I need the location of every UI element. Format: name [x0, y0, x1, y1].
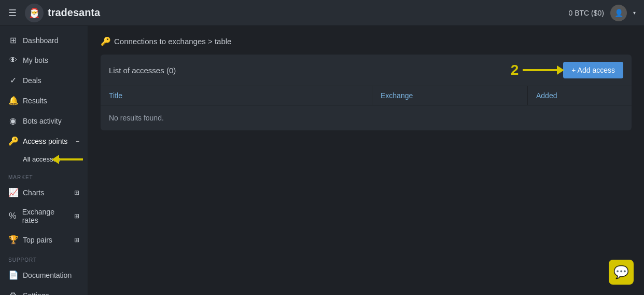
support-section-label: SUPPORT	[0, 250, 88, 265]
sidebar-item-label: Exchange rates	[22, 208, 69, 224]
column-header-exchange: Exchange	[372, 86, 528, 105]
logo-avatar: 🎅	[25, 4, 44, 22]
sidebar-item-label: Settings	[23, 291, 49, 296]
sidebar-item-access-points[interactable]: 🔑 Access points −	[0, 131, 88, 151]
bots-icon: 👁	[8, 56, 18, 65]
sidebar-item-exchange-rates[interactable]: % Exchange rates ⊞	[0, 203, 88, 230]
bots-activity-icon: ◉	[8, 116, 18, 126]
arrowhead-right	[557, 65, 564, 75]
sidebar-item-label: Charts	[23, 189, 44, 197]
sidebar-item-settings[interactable]: ⚙ Settings	[0, 285, 88, 295]
chat-icon: 💬	[613, 265, 629, 279]
sidebar-sub-item-wrapper: All accesses 1	[0, 151, 88, 167]
documentation-icon: 📄	[8, 270, 18, 280]
chevron-down-icon[interactable]: ▾	[633, 10, 636, 16]
arrowhead-left	[52, 155, 59, 164]
table-columns: Title Exchange Added	[101, 86, 632, 105]
sidebar-item-label: Bots activity	[23, 117, 62, 125]
sidebar-item-bots-activity[interactable]: ◉ Bots activity	[0, 111, 88, 131]
arrow-shaft-1	[57, 158, 83, 160]
access-points-icon: 🔑	[8, 136, 18, 146]
sidebar-item-documentation[interactable]: 📄 Documentation	[0, 265, 88, 285]
sidebar-item-label: Deals	[23, 76, 41, 85]
sidebar-item-dashboard[interactable]: ⊞ Dashboard	[0, 30, 88, 50]
sidebar-item-results[interactable]: 🔔 Results	[0, 90, 88, 111]
collapse-icon[interactable]: −	[76, 138, 79, 145]
charts-expand-icon[interactable]: ⊞	[74, 189, 79, 196]
top-pairs-icon: 🏆	[8, 235, 18, 245]
list-title: List of accesses (0)	[109, 66, 176, 75]
column-header-added: Added	[528, 86, 632, 105]
exchange-rates-icon: %	[8, 211, 17, 221]
user-avatar[interactable]: 👤	[610, 5, 627, 21]
table-card-header: List of accesses (0) 2 + Add access	[101, 55, 632, 86]
add-access-button[interactable]: + Add access	[563, 62, 623, 78]
sidebar: ⊞ Dashboard 👁 My bots ✓ Deals 🔔 Results …	[0, 26, 88, 295]
sidebar-item-label: Dashboard	[23, 36, 59, 45]
breadcrumb-key-icon: 🔑	[101, 36, 111, 46]
user-icon: 👤	[614, 9, 623, 17]
dashboard-icon: ⊞	[8, 35, 18, 45]
settings-icon: ⚙	[8, 290, 18, 295]
logo-icon: 🎅	[29, 7, 40, 19]
header-right: 0 BTC ($0) 👤 ▾	[569, 5, 636, 21]
sidebar-item-label: My bots	[23, 56, 48, 64]
exchange-rates-expand-icon[interactable]: ⊞	[74, 212, 79, 220]
market-section-label: MARKET	[0, 167, 88, 182]
annotation-number-2: 2	[511, 62, 519, 78]
column-header-title: Title	[101, 86, 372, 105]
arrow-2	[523, 69, 559, 71]
sidebar-item-deals[interactable]: ✓ Deals	[0, 70, 88, 90]
hamburger-icon[interactable]: ☰	[8, 7, 17, 19]
sidebar-item-my-bots[interactable]: 👁 My bots	[0, 50, 88, 70]
breadcrumb-text: Connections to exchanges > table	[114, 37, 231, 46]
sidebar-item-top-pairs[interactable]: 🏆 Top pairs ⊞	[0, 230, 88, 250]
annotation-2: 2 + Add access	[511, 62, 623, 78]
deals-icon: ✓	[8, 75, 18, 85]
balance-display: 0 BTC ($0)	[569, 9, 604, 17]
sidebar-item-label: Results	[23, 97, 47, 105]
breadcrumb: 🔑 Connections to exchanges > table	[101, 36, 632, 46]
sidebar-item-label: Documentation	[23, 271, 72, 279]
top-pairs-expand-icon[interactable]: ⊞	[74, 236, 79, 244]
sidebar-item-label: Access points	[23, 137, 67, 145]
accesses-table-card: List of accesses (0) 2 + Add access Titl…	[101, 55, 632, 130]
sidebar-item-charts[interactable]: 📈 Charts ⊞	[0, 182, 88, 203]
chat-fab-button[interactable]: 💬	[609, 260, 634, 285]
top-header: ☰ 🎅 tradesanta 0 BTC ($0) 👤 ▾	[0, 0, 644, 26]
logo-area: 🎅 tradesanta	[25, 4, 569, 22]
results-icon: 🔔	[8, 96, 18, 105]
arrow-shaft-2	[523, 69, 559, 71]
charts-icon: 📈	[8, 187, 18, 197]
sidebar-item-label: Top pairs	[23, 236, 52, 244]
table-empty-message: No results found.	[101, 105, 632, 130]
annotation-1: 1	[57, 151, 88, 168]
logo-text: tradesanta	[48, 7, 100, 19]
content-area: 🔑 Connections to exchanges > table List …	[88, 26, 644, 295]
main-layout: ⊞ Dashboard 👁 My bots ✓ Deals 🔔 Results …	[0, 26, 644, 295]
